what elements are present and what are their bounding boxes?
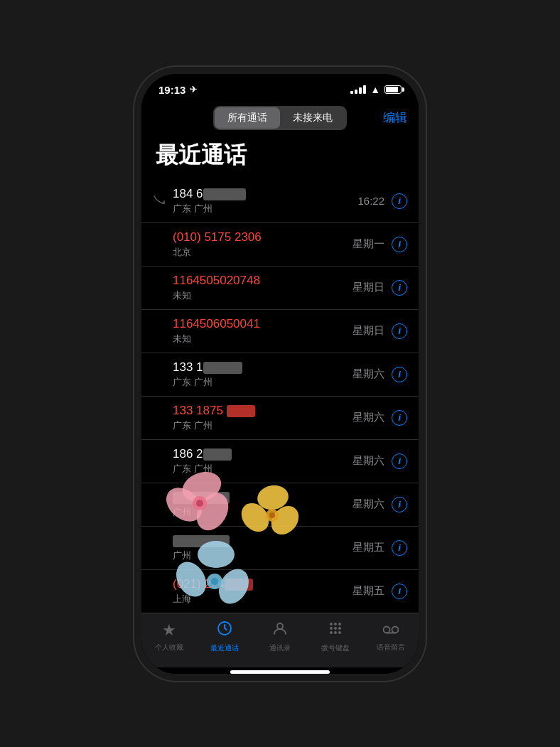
info-button[interactable]: i (392, 367, 407, 382)
svg-point-19 (338, 623, 341, 625)
call-time: 星期一 (352, 237, 384, 251)
svg-point-22 (338, 627, 341, 630)
call-number: (021) 224 (173, 577, 352, 591)
phone-frame: 19:13 ✈ ▲ 所有通话 未接来电 (141, 74, 419, 674)
voicemail-icon (383, 621, 399, 640)
call-time: 星期六 (352, 498, 384, 511)
phone-screen: 19:13 ✈ ▲ 所有通话 未接来电 (141, 74, 419, 674)
tab-favorites[interactable]: ★ 个人收藏 (148, 621, 190, 652)
signal-bar-2 (355, 90, 357, 94)
call-number: 133 1875 (173, 404, 352, 418)
svg-point-25 (338, 631, 341, 634)
call-location: 上海 (173, 593, 352, 606)
battery-fill (386, 87, 398, 92)
tab-recents-label: 最近通话 (210, 643, 239, 653)
info-button[interactable]: i (392, 193, 407, 209)
battery-icon (384, 85, 402, 94)
info-button[interactable]: i (392, 237, 407, 252)
info-button[interactable]: i (392, 540, 407, 556)
call-number: 1164506050041 (173, 317, 352, 331)
call-item: 1164505020748 未知 星期日 i (141, 267, 419, 310)
call-time: 16:22 (357, 195, 384, 207)
svg-point-23 (330, 631, 333, 634)
call-location: 广东 广州 (173, 203, 357, 215)
tab-all-calls[interactable]: 所有通话 (215, 107, 280, 129)
call-number: 184 6 (173, 187, 357, 201)
status-right: ▲ (350, 84, 402, 95)
call-item: (021) 224 上海 星期五 i (141, 570, 419, 613)
contacts-icon (272, 620, 288, 640)
call-time: 星期五 (352, 541, 384, 554)
call-item: 1164506050041 未知 星期日 i (141, 310, 419, 353)
call-time: 星期六 (352, 454, 384, 468)
status-left: 19:13 ✈ (158, 84, 197, 96)
call-info: 133 1875 广东 广州 (173, 404, 352, 432)
info-button[interactable]: i (392, 453, 407, 469)
call-number: 186 2 (173, 447, 352, 461)
call-info: 广州 (173, 534, 352, 562)
call-item: 186 2 广东 广州 星期六 i (141, 440, 419, 483)
svg-point-17 (330, 623, 333, 625)
call-item: 广州 星期五 i (141, 527, 419, 570)
tab-voicemail-label: 语音留言 (377, 643, 405, 652)
call-location: 未知 (173, 289, 352, 302)
tab-contacts[interactable]: 通讯录 (259, 620, 301, 653)
signal-bar-3 (359, 87, 362, 94)
call-item: 133 1 广东 广州 星期六 i (141, 353, 419, 397)
tab-bar: ★ 个人收藏 最近通话 通讯录 (141, 613, 419, 667)
header: 所有通话 未接来电 编辑 (141, 102, 419, 134)
call-info: 1164506050041 未知 (173, 317, 352, 345)
signal-bar-1 (350, 91, 353, 94)
call-item: (010) 5175 2306 北京 星期一 i (141, 223, 419, 267)
call-time: 星期日 (352, 281, 384, 294)
tab-keypad[interactable]: 拨号键盘 (314, 620, 357, 653)
info-button[interactable]: i (392, 497, 407, 512)
svg-point-16 (277, 623, 283, 629)
svg-point-24 (334, 631, 337, 634)
svg-point-21 (334, 627, 337, 630)
call-item: 广州 星期六 i (141, 483, 419, 527)
call-list[interactable]: 184 6 广东 广州 16:22 i (010) 5175 2306 北京 星… (141, 180, 419, 613)
call-info: 133 1 广东 广州 (173, 360, 352, 389)
keypad-icon (328, 620, 343, 640)
call-time: 星期五 (352, 584, 384, 598)
call-location: 广东 广州 (173, 463, 352, 475)
tab-favorites-label: 个人收藏 (155, 643, 183, 652)
call-info: 186 2 广东 广州 (173, 447, 352, 475)
call-location: 未知 (173, 333, 352, 345)
tab-missed-calls[interactable]: 未接来电 (280, 107, 345, 129)
recents-icon (217, 620, 232, 640)
info-button[interactable]: i (392, 323, 407, 339)
location-icon: ✈ (190, 85, 197, 95)
info-button[interactable]: i (392, 280, 407, 296)
favorites-icon: ★ (162, 621, 176, 640)
call-number: 1164505020748 (173, 274, 352, 288)
call-info: (021) 224 上海 (173, 577, 352, 606)
info-button[interactable]: i (392, 584, 407, 599)
page-title: 最近通话 (141, 134, 419, 180)
call-location: 北京 (173, 246, 352, 259)
call-location: 广州 (173, 549, 352, 562)
call-location: 广东 广州 (173, 376, 352, 389)
tab-recents[interactable]: 最近通话 (203, 620, 246, 653)
time-display: 19:13 (158, 84, 185, 96)
status-bar: 19:13 ✈ ▲ (141, 74, 419, 102)
tab-voicemail[interactable]: 语音留言 (370, 621, 412, 652)
svg-point-26 (384, 626, 390, 633)
outgoing-call-icon (153, 195, 173, 208)
call-info: 广州 (173, 490, 352, 519)
call-info: 184 6 广东 广州 (173, 187, 357, 215)
call-number: (010) 5175 2306 (173, 230, 352, 244)
svg-point-20 (330, 627, 333, 630)
call-info: 1164505020748 未知 (173, 274, 352, 302)
edit-button[interactable]: 编辑 (383, 109, 407, 126)
call-time: 星期日 (352, 324, 384, 338)
wifi-icon: ▲ (370, 84, 380, 95)
svg-point-27 (392, 626, 399, 633)
call-time: 星期六 (352, 367, 384, 381)
home-indicator (230, 670, 330, 674)
call-number: 133 1 (173, 360, 352, 375)
signal-bars (350, 85, 366, 94)
info-button[interactable]: i (392, 410, 407, 426)
call-time: 星期六 (352, 411, 384, 424)
